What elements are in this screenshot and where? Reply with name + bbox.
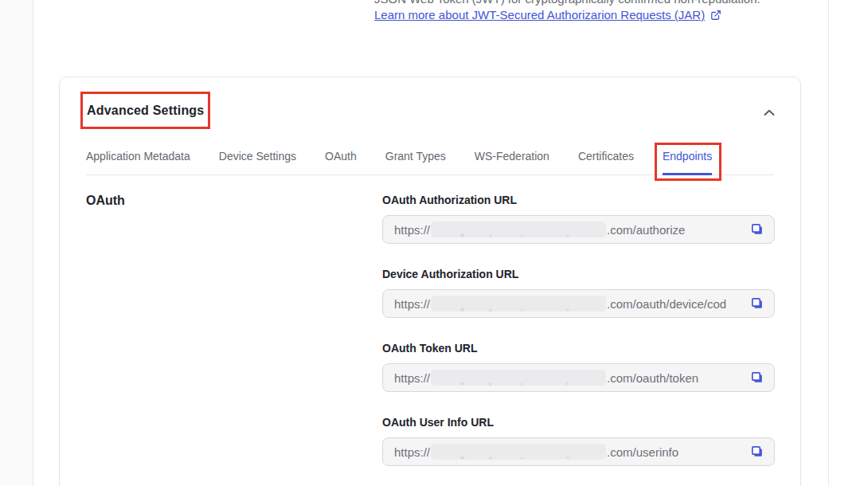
tab-application-metadata[interactable]: Application Metadata bbox=[86, 150, 190, 174]
copy-button[interactable] bbox=[750, 296, 764, 311]
advanced-settings-card: Advanced Settings Application MetadataDe… bbox=[59, 76, 801, 486]
endpoint-field-oauth-authorization-url: OAuth Authorization URL https:// .com/au… bbox=[382, 194, 775, 244]
url-suffix: .com/oauth/token bbox=[607, 371, 698, 385]
endpoint-field-device-authorization-url: Device Authorization URL https:// .com/o… bbox=[382, 268, 775, 318]
jar-learn-more-label: Learn more about JWT-Secured Authorizari… bbox=[374, 8, 705, 22]
annotation-box-endpoints-tab bbox=[655, 143, 721, 181]
url-prefix: https:// bbox=[394, 297, 430, 311]
redacted-url-segment bbox=[431, 296, 606, 312]
copy-icon bbox=[750, 449, 764, 461]
tab-grant-types[interactable]: Grant Types bbox=[385, 150, 446, 174]
endpoint-field-oauth-user-info-url: OAuth User Info URL https:// .com/userin… bbox=[382, 416, 775, 466]
copy-button[interactable] bbox=[750, 370, 764, 385]
chevron-up-icon bbox=[764, 107, 775, 119]
right-divider bbox=[828, 0, 829, 486]
field-label: OAuth Authorization URL bbox=[382, 194, 775, 206]
tab-oauth[interactable]: OAuth bbox=[325, 150, 357, 174]
tab-certificates[interactable]: Certificates bbox=[578, 150, 634, 174]
advanced-settings-tab-bar: Application MetadataDevice SettingsOAuth… bbox=[86, 150, 774, 175]
copy-icon bbox=[750, 301, 764, 313]
endpoint-field-oauth-token-url: OAuth Token URL https:// .com/oauth/toke… bbox=[382, 342, 775, 392]
redacted-url-segment bbox=[431, 221, 606, 237]
card-title: Advanced Settings bbox=[87, 104, 204, 118]
field-label: Device Authorization URL bbox=[382, 268, 775, 280]
url-input[interactable]: https:// .com/authorize bbox=[382, 215, 775, 244]
annotation-box-advanced-settings: Advanced Settings bbox=[80, 92, 210, 129]
redacted-url-segment bbox=[431, 370, 606, 386]
jar-learn-more-link[interactable]: Learn more about JWT-Secured Authorizari… bbox=[374, 8, 721, 22]
tab-device-settings[interactable]: Device Settings bbox=[219, 150, 296, 174]
url-input[interactable]: https:// .com/oauth/device/cod bbox=[382, 289, 775, 318]
left-gutter bbox=[0, 0, 33, 486]
url-suffix: .com/userinfo bbox=[607, 445, 678, 459]
copy-icon bbox=[750, 227, 764, 239]
copy-button[interactable] bbox=[750, 445, 764, 459]
jwt-description-text: JSON Web Token (JWT) for cryptographical… bbox=[374, 0, 760, 6]
url-prefix: https:// bbox=[394, 223, 430, 237]
url-suffix: .com/authorize bbox=[607, 223, 685, 237]
tab-endpoints[interactable]: Endpoints bbox=[663, 150, 712, 174]
url-suffix: .com/oauth/device/cod bbox=[607, 297, 726, 311]
endpoints-section: OAuth OAuth Authorization URL https:// .… bbox=[60, 175, 800, 486]
tab-ws-federation[interactable]: WS-Federation bbox=[475, 150, 549, 174]
field-label: OAuth Token URL bbox=[382, 342, 775, 355]
oauth-section-heading: OAuth bbox=[86, 194, 382, 208]
copy-icon bbox=[750, 375, 764, 387]
field-label: OAuth User Info URL bbox=[382, 416, 775, 429]
copy-button[interactable] bbox=[750, 222, 764, 237]
external-link-icon bbox=[710, 10, 721, 21]
redacted-url-segment bbox=[431, 444, 606, 460]
collapse-section-button[interactable] bbox=[760, 106, 778, 120]
url-input[interactable]: https:// .com/userinfo bbox=[382, 437, 775, 466]
url-prefix: https:// bbox=[394, 371, 430, 385]
url-prefix: https:// bbox=[394, 445, 430, 459]
url-input[interactable]: https:// .com/oauth/token bbox=[382, 363, 775, 392]
